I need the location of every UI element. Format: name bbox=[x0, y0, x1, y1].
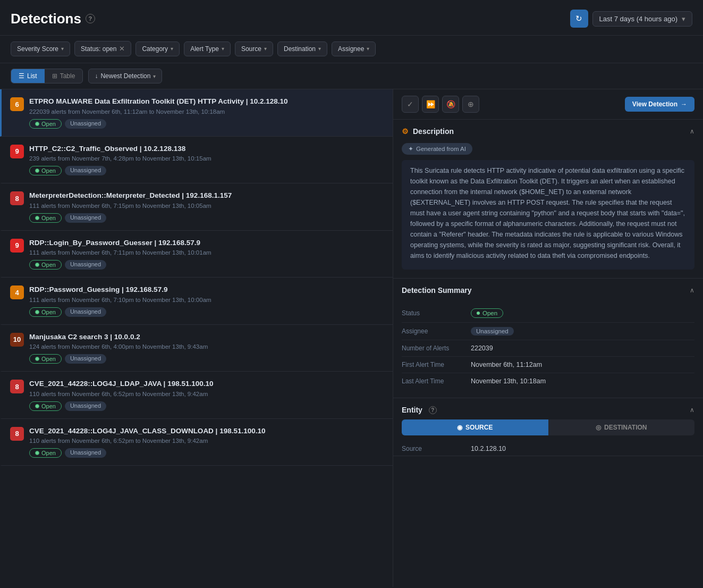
detection-item-3[interactable]: 8 MeterpreterDetection::Meterpreter_Dete… bbox=[0, 183, 393, 231]
detail-panel: ✓ ⏩ 🔕 ⊕ View Detection → ⚙ bbox=[393, 89, 703, 587]
entity-help-icon: ? bbox=[429, 406, 437, 414]
description-collapse-icon: ∧ bbox=[690, 128, 694, 135]
detection-item-1[interactable]: 6 ETPRO MALWARE Data Exfiltration Toolki… bbox=[0, 89, 393, 137]
entity-source-tab[interactable]: ◉ SOURCE bbox=[402, 419, 548, 435]
summary-section: Detection Summary ∧ Status Open Assignee… bbox=[393, 279, 703, 398]
detection-meta-6: 124 alerts from November 6th, 4:00pm to … bbox=[29, 343, 384, 350]
detection-tags-3: Open Unassigned bbox=[29, 213, 384, 223]
detection-tags-2: Open Unassigned bbox=[29, 166, 384, 175]
summary-section-header[interactable]: Detection Summary ∧ bbox=[393, 279, 703, 302]
assignee-tag-1: Unassigned bbox=[65, 119, 106, 129]
summary-row-assignee: Assignee Unassigned bbox=[402, 323, 694, 340]
detection-content-1: ETPRO MALWARE Data Exfiltration Toolkit … bbox=[29, 97, 384, 129]
detection-title-1: ETPRO MALWARE Data Exfiltration Toolkit … bbox=[29, 97, 384, 106]
status-tag-8: Open bbox=[29, 448, 62, 458]
list-label: List bbox=[27, 72, 37, 80]
severity-badge-5: 4 bbox=[10, 285, 24, 299]
filter-destination-label: Destination bbox=[284, 45, 316, 53]
bell-off-icon: 🔕 bbox=[446, 100, 455, 108]
assignee-tag-7: Unassigned bbox=[65, 401, 106, 411]
list-icon: ☰ bbox=[19, 72, 24, 80]
view-detection-button[interactable]: View Detection → bbox=[625, 97, 694, 112]
detection-item-6[interactable]: 10 Manjusaka C2 search 3 | 10.0.0.2 124 … bbox=[0, 325, 393, 372]
filter-assignee-label: Assignee bbox=[338, 45, 364, 53]
filter-source[interactable]: Source ▾ bbox=[235, 41, 273, 56]
sort-label: Newest Detection bbox=[100, 72, 150, 80]
status-tag-4: Open bbox=[29, 260, 62, 270]
detection-tags-4: Open Unassigned bbox=[29, 260, 384, 270]
detection-tags-6: Open Unassigned bbox=[29, 354, 384, 364]
ai-badge: ✦ Generated from AI bbox=[402, 143, 472, 155]
detection-item-2[interactable]: 9 HTTP_C2::C2_Traffic_Observed | 10.2.12… bbox=[0, 137, 393, 184]
action-mute-button[interactable]: 🔕 bbox=[442, 96, 459, 113]
severity-badge-2: 9 bbox=[10, 145, 24, 158]
severity-badge-1: 6 bbox=[10, 97, 24, 111]
summary-row-last-alert: Last Alert Time November 13th, 10:18am bbox=[402, 373, 694, 389]
filter-category[interactable]: Category ▾ bbox=[135, 41, 180, 56]
severity-badge-3: 8 bbox=[10, 191, 24, 205]
filter-status-remove-icon[interactable]: ✕ bbox=[119, 45, 125, 53]
summary-alerts-value: 222039 bbox=[471, 345, 493, 352]
toolbar: ☰ List ⊞ Table ↓ Newest Detection ▾ bbox=[0, 63, 703, 89]
refresh-button[interactable]: ↻ bbox=[570, 10, 588, 28]
status-tag-2: Open bbox=[29, 166, 62, 175]
filter-alert-type[interactable]: Alert Type ▾ bbox=[184, 41, 231, 56]
summary-row-first-alert: First Alert Time November 6th, 11:12am bbox=[402, 357, 694, 373]
detection-title-8: CVE_2021_44228::LOG4J_JAVA_CLASS_DOWNLOA… bbox=[29, 426, 384, 436]
filter-severity-label: Severity Score bbox=[17, 45, 58, 53]
action-forward-button[interactable]: ⏩ bbox=[422, 96, 439, 113]
view-table-button[interactable]: ⊞ Table bbox=[45, 69, 83, 83]
time-chevron-icon: ▾ bbox=[682, 15, 685, 23]
description-section: ⚙ Description ∧ ✦ Generated from AI This… bbox=[393, 120, 703, 279]
severity-badge-6: 10 bbox=[10, 333, 24, 347]
sort-button[interactable]: ↓ Newest Detection ▾ bbox=[88, 69, 162, 83]
view-list-button[interactable]: ☰ List bbox=[11, 69, 45, 83]
entity-source-tab-icon: ◉ bbox=[457, 424, 462, 431]
description-title: ⚙ Description bbox=[402, 127, 454, 136]
table-icon: ⊞ bbox=[52, 72, 57, 80]
detection-content-8: CVE_2021_44228::LOG4J_JAVA_CLASS_DOWNLOA… bbox=[29, 426, 384, 458]
filter-assignee[interactable]: Assignee ▾ bbox=[332, 41, 376, 56]
entity-destination-tab-icon: ◎ bbox=[596, 424, 601, 431]
detection-meta-2: 239 alerts from November 7th, 4:28pm to … bbox=[29, 155, 384, 162]
assignee-tag-4: Unassigned bbox=[65, 260, 106, 270]
detection-meta-1: 222039 alerts from November 6th, 11:12am… bbox=[29, 108, 384, 115]
detection-meta-7: 110 alerts from November 6th, 6:52pm to … bbox=[29, 391, 384, 397]
help-icon[interactable]: ? bbox=[86, 14, 95, 23]
severity-badge-7: 8 bbox=[10, 380, 24, 393]
description-text: This Suricata rule detects HTTP activity… bbox=[402, 160, 694, 270]
entity-tabs: ◉ SOURCE ◎ DESTINATION bbox=[402, 419, 694, 435]
assignee-tag-2: Unassigned bbox=[65, 166, 106, 175]
filter-destination[interactable]: Destination ▾ bbox=[277, 41, 327, 56]
status-value: Open bbox=[471, 308, 503, 318]
entity-section-header[interactable]: Entity ? ∧ bbox=[393, 398, 703, 419]
detection-title-3: MeterpreterDetection::Meterpreter_Detect… bbox=[29, 191, 384, 200]
assignee-tag-6: Unassigned bbox=[65, 354, 106, 364]
description-icon: ⚙ bbox=[402, 127, 409, 136]
sort-arrow-icon: ↓ bbox=[95, 72, 98, 80]
detection-meta-3: 111 alerts from November 6th, 7:15pm to … bbox=[29, 203, 384, 209]
filter-severity-score[interactable]: Severity Score ▾ bbox=[11, 41, 70, 56]
entity-destination-tab-label: DESTINATION bbox=[604, 424, 647, 431]
action-resolve-button[interactable]: ✓ bbox=[402, 96, 419, 113]
summary-label-assignee: Assignee bbox=[402, 327, 471, 335]
time-selector[interactable]: Last 7 days (4 hours ago) ▾ bbox=[592, 11, 692, 27]
page-title-container: Detections ? bbox=[11, 11, 95, 27]
filter-status-open[interactable]: Status: open ✕ bbox=[74, 41, 131, 56]
page-header: Detections ? ↻ Last 7 days (4 hours ago)… bbox=[0, 0, 703, 35]
status-tag-3: Open bbox=[29, 213, 62, 223]
entity-section: Entity ? ∧ ◉ SOURCE ◎ DESTINATION Source… bbox=[393, 398, 703, 456]
filter-destination-chevron: ▾ bbox=[318, 46, 321, 52]
header-right: ↻ Last 7 days (4 hours ago) ▾ bbox=[570, 10, 692, 28]
detection-content-7: CVE_2021_44228::LOG4J_LDAP_JAVA | 198.51… bbox=[29, 379, 384, 411]
detection-tags-1: Open Unassigned bbox=[29, 119, 384, 129]
entity-destination-tab[interactable]: ◎ DESTINATION bbox=[548, 419, 695, 435]
detection-item-7[interactable]: 8 CVE_2021_44228::LOG4J_LDAP_JAVA | 198.… bbox=[0, 372, 393, 419]
detection-item-8[interactable]: 8 CVE_2021_44228::LOG4J_JAVA_CLASS_DOWNL… bbox=[0, 419, 393, 466]
action-more-button[interactable]: ⊕ bbox=[462, 96, 479, 113]
detection-item-5[interactable]: 4 RDP::Password_Guessing | 192.168.57.9 … bbox=[0, 278, 393, 325]
detection-item-4[interactable]: 9 RDP::Login_By_Password_Guesser | 192.1… bbox=[0, 231, 393, 278]
main-content: 6 ETPRO MALWARE Data Exfiltration Toolki… bbox=[0, 89, 703, 587]
description-section-header[interactable]: ⚙ Description ∧ bbox=[393, 120, 703, 143]
detail-actions: ✓ ⏩ 🔕 ⊕ bbox=[402, 96, 479, 113]
